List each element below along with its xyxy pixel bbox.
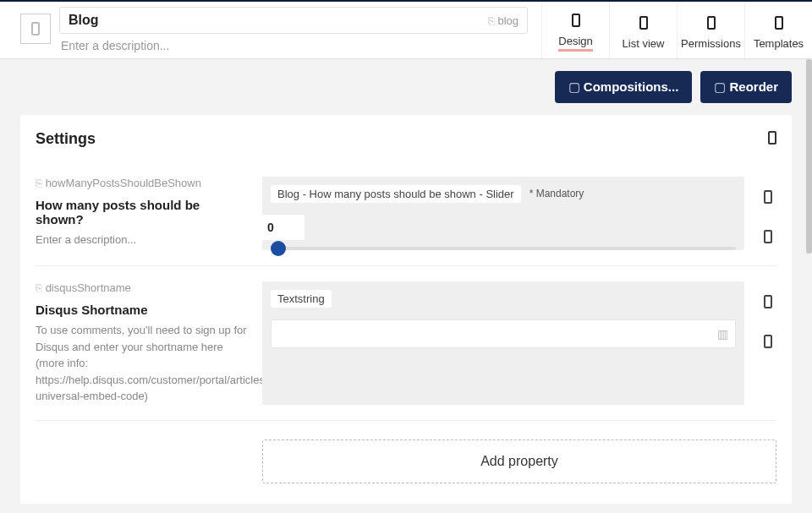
nav-tabs: Design List view Permissions Templates	[541, 2, 812, 58]
alias-label[interactable]: blog	[488, 14, 518, 27]
property-alias[interactable]: disqusShortname	[36, 281, 247, 294]
delete-property-icon[interactable]	[764, 230, 772, 246]
scrollbar[interactable]	[806, 59, 812, 254]
design-icon	[572, 14, 580, 31]
tab-label: Design	[558, 35, 592, 52]
add-property-button[interactable]: Add property	[262, 439, 776, 483]
property-row: howManyPostsShouldBeShown How many posts…	[36, 161, 776, 266]
property-editor[interactable]: Textstring ▥	[262, 281, 744, 405]
edit-property-icon[interactable]	[764, 295, 772, 311]
edit-property-icon[interactable]	[764, 190, 772, 206]
tab-templates[interactable]: Templates	[744, 2, 812, 58]
title-block: blog Enter a description...	[59, 2, 528, 58]
settings-panel: Settings howManyPostsShouldBeShown How m…	[20, 115, 792, 504]
panel-title[interactable]: Settings	[36, 130, 768, 148]
property-meta: disqusShortname Disqus Shortname To use …	[36, 281, 247, 405]
delete-property-icon[interactable]	[764, 335, 772, 351]
property-description[interactable]: To use comments, you'll need to sign up …	[36, 322, 247, 405]
description-input[interactable]: Enter a description...	[59, 34, 528, 52]
tab-design[interactable]: Design	[541, 2, 609, 58]
editor-chips: Textstring	[271, 290, 736, 308]
editor-type-chip[interactable]: Textstring	[271, 290, 332, 308]
slider-track[interactable]	[271, 247, 736, 250]
mandatory-chip: * Mandatory	[526, 185, 588, 203]
property-row: disqusShortname Disqus Shortname To use …	[36, 266, 776, 421]
listview-icon	[639, 16, 648, 34]
doctype-icon[interactable]	[20, 14, 51, 44]
property-description[interactable]: Enter a description...	[36, 232, 247, 248]
phone-icon	[31, 22, 40, 35]
input-lock-icon: ▥	[717, 327, 728, 341]
property-actions	[760, 281, 776, 405]
editor-chips: Blog - How many posts should be shown - …	[271, 185, 736, 203]
templates-icon	[775, 16, 783, 34]
slider-thumb[interactable]	[271, 241, 286, 256]
property-actions	[760, 177, 776, 250]
tab-label: List view	[623, 37, 665, 50]
title-row: blog	[59, 7, 528, 34]
editor-type-chip[interactable]: Blog - How many posts should be shown - …	[271, 185, 521, 203]
tab-label: Templates	[754, 37, 804, 50]
permissions-icon	[707, 16, 716, 34]
property-alias[interactable]: howManyPostsShouldBeShown	[36, 177, 247, 189]
panel-header: Settings	[36, 115, 776, 161]
property-editor[interactable]: Blog - How many posts should be shown - …	[262, 177, 744, 250]
panel-menu-icon[interactable]	[768, 131, 776, 148]
slider-value: 0	[262, 215, 304, 240]
property-label[interactable]: How many posts should be shown?	[36, 198, 247, 226]
compositions-button[interactable]: Compositions...	[555, 71, 693, 103]
tab-listview[interactable]: List view	[609, 2, 677, 58]
property-meta: howManyPostsShouldBeShown How many posts…	[36, 177, 247, 250]
toolbar: Compositions... Reorder	[0, 59, 812, 115]
tab-label: Permissions	[681, 37, 741, 50]
reorder-button[interactable]: Reorder	[700, 71, 792, 103]
textstring-input[interactable]: ▥	[271, 319, 736, 348]
top-bar: blog Enter a description... Design List …	[0, 0, 812, 59]
title-input[interactable]	[69, 13, 488, 28]
tab-permissions[interactable]: Permissions	[677, 2, 744, 58]
property-label[interactable]: Disqus Shortname	[36, 303, 247, 317]
